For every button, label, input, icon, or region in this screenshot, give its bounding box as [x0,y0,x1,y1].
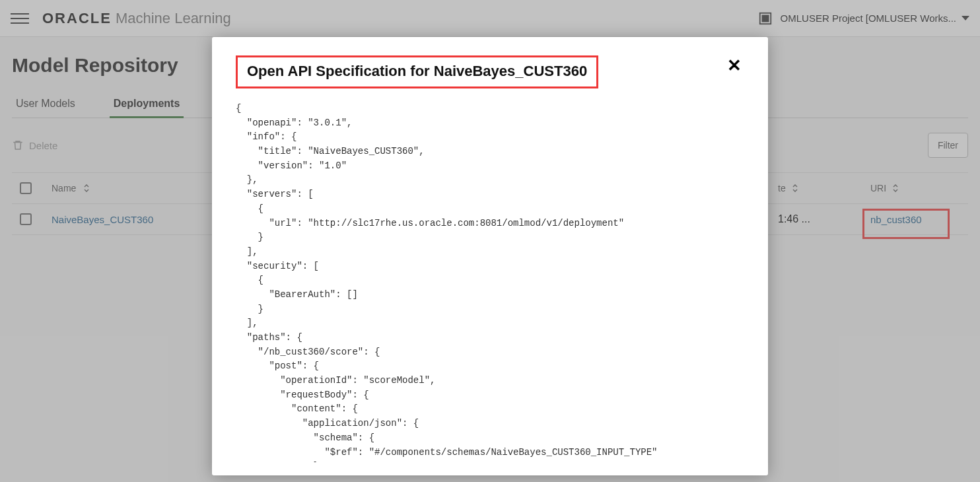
api-spec-code: { "openapi": "3.0.1", "info": { "title":… [236,102,744,462]
api-spec-modal: Open API Specification for NaiveBayes_CU… [212,37,768,475]
highlight-annotation: Open API Specification for NaiveBayes_CU… [236,55,598,88]
close-icon[interactable]: ✕ [724,55,744,75]
code-viewer[interactable]: { "openapi": "3.0.1", "info": { "title":… [236,102,744,462]
modal-title: Open API Specification for NaiveBayes_CU… [247,63,587,80]
